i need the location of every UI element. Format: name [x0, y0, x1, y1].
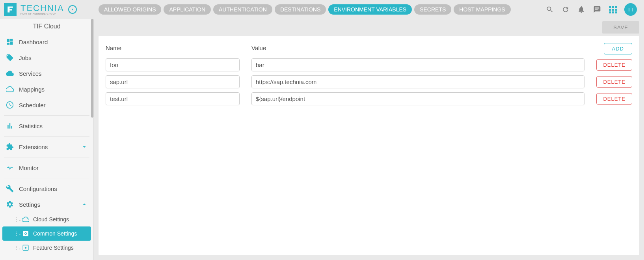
sidebar-item-scheduler[interactable]: Scheduler: [0, 97, 93, 113]
tab-environment-variables[interactable]: ENVIRONMENT VARIABLES: [328, 4, 412, 15]
tree-icon: ⋮..: [14, 231, 18, 236]
collapse-sidebar-button[interactable]: [68, 5, 77, 14]
sidebar-item-label: Common Settings: [33, 230, 77, 237]
sidebar-item-label: Dashboard: [19, 39, 48, 45]
svg-rect-0: [23, 231, 28, 236]
sidebar-item-configurations[interactable]: Configurations: [0, 181, 93, 196]
cloud-icon: [6, 69, 14, 78]
clock-icon: [6, 101, 14, 109]
logo-block: TECHNIA PART OF ADDNODE GROUP: [4, 3, 99, 16]
gear-box-icon: [22, 244, 29, 251]
delete-button[interactable]: DELETE: [596, 93, 632, 105]
sidebar-item-label: Scheduler: [19, 102, 46, 108]
column-header-name: Name: [106, 45, 240, 53]
search-icon[interactable]: [545, 5, 554, 14]
brand-name: TECHNIA: [20, 4, 64, 13]
sidebar-item-label: Settings: [19, 201, 40, 208]
add-button[interactable]: ADD: [604, 43, 632, 54]
divider: [4, 157, 89, 157]
sidebar-item-label: Services: [19, 70, 42, 77]
app-logo-icon: [4, 3, 17, 16]
gear-box-icon: [22, 230, 29, 237]
top-header: TECHNIA PART OF ADDNODE GROUP ALLOWED OR…: [0, 0, 644, 19]
save-row: SAVE: [99, 19, 639, 36]
sidebar-item-jobs[interactable]: Jobs: [0, 50, 93, 65]
divider: [4, 136, 89, 137]
cloud-outline-icon: [22, 216, 29, 223]
brand-text: TECHNIA PART OF ADDNODE GROUP: [20, 4, 64, 15]
env-value-input[interactable]: [251, 58, 584, 71]
dashboard-icon: [6, 37, 14, 46]
tab-secrets[interactable]: SECRETS: [414, 4, 451, 15]
sidebar-subitem-cloud-settings[interactable]: ⋮.. Cloud Settings: [0, 212, 93, 226]
tree-icon: ⋮..: [14, 245, 18, 251]
main-content: SAVE Name Value ADD DELETEDELETEDELETE: [94, 19, 644, 260]
delete-button[interactable]: DELETE: [596, 76, 632, 88]
chevron-up-icon: [81, 201, 88, 208]
sidebar-item-label: Cloud Settings: [33, 216, 69, 223]
puzzle-icon: [6, 142, 14, 151]
tab-destinations[interactable]: DESTINATIONS: [275, 4, 326, 15]
sidebar-item-label: Monitor: [19, 165, 39, 171]
tab-bar: ALLOWED ORIGINSAPPLICATIONAUTHENTICATION…: [99, 4, 511, 15]
monitor-icon: [6, 163, 14, 172]
sidebar-subitem-common-settings[interactable]: ⋮.. Common Settings: [2, 226, 91, 241]
delete-button[interactable]: DELETE: [596, 59, 632, 71]
gear-icon: [6, 200, 14, 209]
env-name-input[interactable]: [106, 58, 240, 71]
tab-authentication[interactable]: AUTHENTICATION: [213, 4, 272, 15]
header-actions: TT: [545, 3, 640, 16]
sidebar-item-monitor[interactable]: Monitor: [0, 160, 93, 176]
divider: [4, 178, 89, 178]
divider: [4, 115, 89, 116]
sidebar-item-mappings[interactable]: Mappings: [0, 81, 93, 97]
sidebar-item-label: Feature Settings: [33, 245, 74, 251]
tree-icon: ⋮..: [14, 217, 18, 222]
env-value-input[interactable]: [251, 92, 584, 105]
cloud-outline-icon: [6, 85, 14, 94]
chevron-down-icon: [81, 143, 88, 150]
sidebar-subitem-feature-settings[interactable]: ⋮.. Feature Settings: [0, 241, 93, 255]
sidebar-title: TIF Cloud: [0, 19, 93, 34]
sidebar: TIF Cloud Dashboard Jobs Services Mappin…: [0, 19, 94, 260]
sidebar-item-statistics[interactable]: Statistics: [0, 118, 93, 134]
column-header-value: Value: [251, 45, 584, 53]
tag-icon: [6, 53, 14, 62]
save-button[interactable]: SAVE: [602, 21, 639, 34]
tab-host-mappings[interactable]: HOST MAPPINGS: [454, 4, 510, 15]
sidebar-item-label: Configurations: [19, 185, 57, 192]
sidebar-item-dashboard[interactable]: Dashboard: [0, 34, 93, 50]
apps-icon[interactable]: [609, 5, 617, 14]
wrench-icon: [6, 184, 14, 193]
env-vars-panel: Name Value ADD DELETEDELETEDELETE: [99, 36, 639, 255]
sidebar-item-label: Statistics: [19, 123, 43, 129]
refresh-icon[interactable]: [561, 5, 570, 14]
sidebar-item-settings[interactable]: Settings: [0, 196, 93, 212]
notifications-icon[interactable]: [577, 5, 586, 14]
sidebar-item-label: Mappings: [19, 86, 45, 93]
env-value-input[interactable]: [251, 75, 584, 88]
sidebar-item-extensions[interactable]: Extensions: [0, 139, 93, 155]
feedback-icon[interactable]: [593, 5, 601, 14]
sidebar-item-services[interactable]: Services: [0, 65, 93, 81]
tab-allowed-origins[interactable]: ALLOWED ORIGINS: [99, 4, 161, 15]
svg-point-2: [25, 247, 27, 249]
avatar[interactable]: TT: [624, 3, 637, 16]
env-vars-grid: Name Value ADD DELETEDELETEDELETE: [106, 43, 632, 105]
env-name-input[interactable]: [106, 75, 240, 88]
sidebar-item-label: Jobs: [19, 54, 32, 61]
sidebar-item-label: Extensions: [19, 144, 48, 150]
env-name-input[interactable]: [106, 92, 240, 105]
tab-application[interactable]: APPLICATION: [164, 4, 211, 15]
bar-chart-icon: [6, 122, 14, 130]
